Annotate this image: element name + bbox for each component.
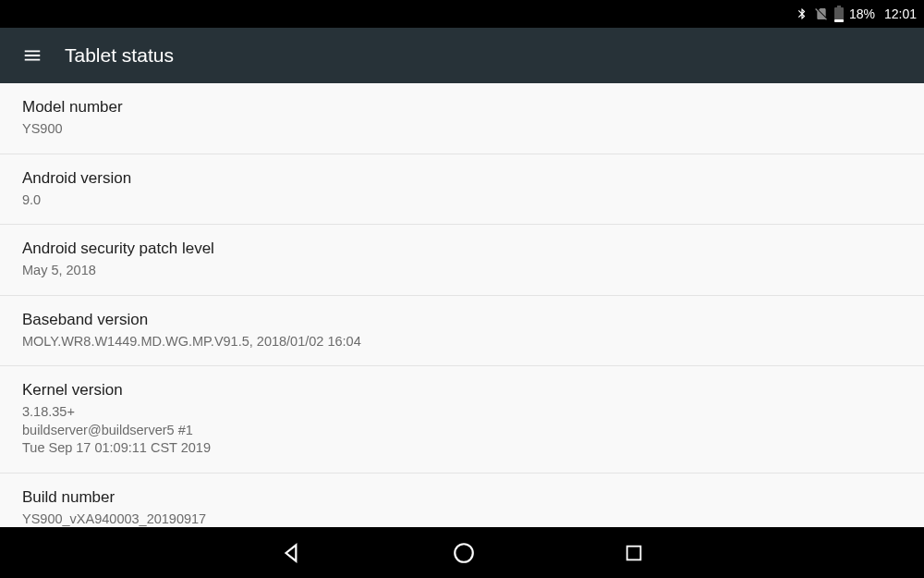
item-label: Model number [22,98,902,117]
item-android-version[interactable]: Android version 9.0 [0,154,924,226]
item-label: Build number [22,488,902,507]
item-value: YS900_vXA940003_20190917 [22,510,902,527]
home-button[interactable] [452,541,476,565]
svg-rect-4 [627,546,641,560]
page-title: Tablet status [65,44,174,67]
battery-icon [834,6,844,22]
item-label: Android security patch level [22,240,902,258]
item-security-patch[interactable]: Android security patch level May 5, 2018 [0,225,924,296]
battery-percentage: 18% [849,6,875,21]
no-sim-icon [814,6,829,21]
item-baseband-version[interactable]: Baseband version MOLY.WR8.W1449.MD.WG.MP… [0,296,924,367]
item-label: Baseband version [22,311,902,329]
status-bar: 18% 12:01 [0,0,924,28]
navigation-bar [0,527,924,578]
app-bar: Tablet status [0,28,924,83]
recent-apps-button[interactable] [624,543,644,563]
item-value: 9.0 [22,191,902,210]
item-label: Android version [22,169,902,188]
item-kernel-version[interactable]: Kernel version 3.18.35+ buildserver@buil… [0,366,924,473]
bluetooth-icon [796,6,808,22]
item-value: YS900 [22,120,902,139]
menu-icon[interactable] [22,45,43,66]
back-button[interactable] [280,541,304,565]
item-model-number[interactable]: Model number YS900 [0,83,924,154]
item-build-number[interactable]: Build number YS900_vXA940003_20190917 [0,473,924,527]
svg-rect-2 [834,19,844,22]
clock: 12:01 [884,6,917,21]
item-label: Kernel version [22,381,902,400]
svg-rect-1 [837,6,841,7]
item-value: MOLY.WR8.W1449.MD.WG.MP.V91.5, 2018/01/0… [22,333,902,351]
svg-point-3 [455,544,473,562]
settings-list[interactable]: Model number YS900 Android version 9.0 A… [0,83,924,527]
item-value: 3.18.35+ buildserver@buildserver5 #1 Tue… [22,403,902,458]
item-value: May 5, 2018 [22,262,902,280]
